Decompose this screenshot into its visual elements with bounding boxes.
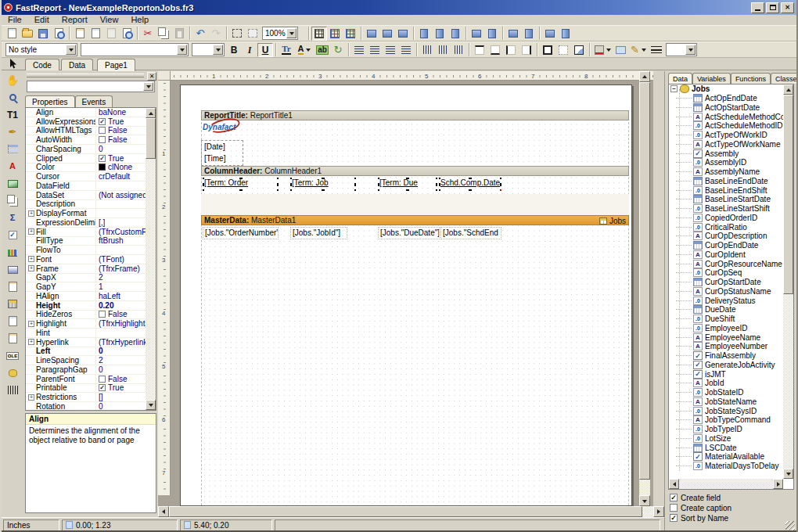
- dropdown-icon[interactable]: [177, 45, 187, 55]
- tree-field[interactable]: .0JobStateID: [669, 388, 793, 397]
- checkbox-object-icon[interactable]: ✓: [3, 227, 22, 243]
- tree-field[interactable]: BaseLineEndDate: [669, 177, 793, 186]
- time-text-object[interactable]: [Time]: [203, 153, 240, 164]
- tree-field[interactable]: .0JobStateSysID: [669, 406, 793, 415]
- design-vertical-scrollbar[interactable]: [639, 71, 650, 506]
- fit-to-grid-icon[interactable]: [343, 27, 358, 41]
- checkbox-icon[interactable]: [99, 127, 106, 134]
- rotate-text-icon[interactable]: ↻: [330, 43, 346, 57]
- property-row[interactable]: ColorclNone: [26, 164, 156, 173]
- tree-field[interactable]: ✓Assembly: [669, 149, 793, 158]
- column-header-text-object[interactable]: [Term: Order: [203, 178, 279, 191]
- property-row[interactable]: Description: [26, 200, 156, 210]
- property-row[interactable]: Printable✓True: [26, 384, 156, 394]
- font-name-combo[interactable]: [81, 43, 189, 56]
- column-header-text-object[interactable]: Schd.Comp.Date: [439, 178, 501, 191]
- tree-field[interactable]: .0CriticalRatio: [669, 222, 793, 232]
- column-header-text-object[interactable]: [Term: Job: [290, 178, 356, 191]
- property-row[interactable]: DataField: [26, 182, 156, 191]
- fill-color-icon[interactable]: [592, 43, 613, 57]
- selection-handle[interactable]: [354, 183, 356, 186]
- center-vertically-icon[interactable]: [521, 27, 537, 41]
- scroll-thumb[interactable]: [146, 118, 156, 159]
- tree-field[interactable]: .0ActScheduleMethodID: [669, 121, 793, 131]
- page-settings-icon[interactable]: [119, 27, 135, 41]
- italic-button[interactable]: I: [242, 43, 257, 57]
- zoom-combo[interactable]: 100%: [262, 27, 298, 40]
- selection-handle[interactable]: [378, 183, 379, 186]
- frame-top-icon[interactable]: [472, 43, 487, 57]
- undo-icon[interactable]: ↶: [192, 27, 208, 41]
- tree-horizontal-scrollbar[interactable]: [669, 479, 783, 489]
- selection-handle[interactable]: [290, 189, 292, 191]
- minimize-button[interactable]: [751, 2, 764, 13]
- scroll-right-icon[interactable]: [653, 506, 664, 517]
- tree-field[interactable]: ✓isJMT: [669, 369, 793, 379]
- align-bottoms-icon[interactable]: [448, 27, 463, 41]
- format-painter-icon[interactable]: ✒: [3, 124, 22, 140]
- tab-properties[interactable]: Properties: [25, 95, 75, 107]
- expand-icon[interactable]: +: [28, 210, 34, 217]
- redo-icon[interactable]: ↷: [208, 27, 224, 41]
- expand-icon[interactable]: +: [28, 265, 34, 271]
- new-dialog-icon[interactable]: [88, 27, 103, 41]
- frame-left-icon[interactable]: [503, 43, 519, 57]
- frame-style-icon[interactable]: [649, 43, 664, 57]
- tree-field[interactable]: ACurOpIdent: [669, 250, 793, 260]
- tree-field[interactable]: AEmployeeName: [669, 332, 793, 342]
- property-row[interactable]: HideZerosFalse: [26, 311, 156, 320]
- selection-handle[interactable]: [203, 183, 204, 186]
- sum-object-icon[interactable]: Σ: [3, 210, 22, 226]
- tree-field[interactable]: ACurOpStatusName: [669, 287, 793, 297]
- selection-handle[interactable]: [469, 189, 472, 191]
- property-row[interactable]: AlignbaNone: [26, 108, 156, 117]
- property-row[interactable]: AllowHTMLTagsFalse: [26, 127, 156, 136]
- master-data-text-object[interactable]: [Jobs."SchdEnd: [440, 227, 501, 239]
- tree-field[interactable]: BaseLineStartDate: [669, 195, 793, 204]
- scroll-down-icon[interactable]: [783, 469, 793, 479]
- dropdown-icon[interactable]: [66, 45, 76, 55]
- property-row[interactable]: GapY1: [26, 282, 156, 292]
- tree-field[interactable]: ✓FinalAssembly: [669, 351, 793, 361]
- report-page[interactable]: ReportTitle: ReportTitle1 Dynafact [Date…: [180, 84, 632, 506]
- line-width-combo[interactable]: [666, 43, 697, 56]
- property-row[interactable]: FillTypeftBrush: [26, 237, 156, 246]
- design-horizontal-scrollbar[interactable]: [158, 506, 664, 517]
- selection-handle[interactable]: [500, 183, 501, 186]
- property-row[interactable]: CharSpacing0: [26, 145, 156, 154]
- copy-icon[interactable]: [156, 27, 171, 41]
- new-page-icon[interactable]: [72, 27, 88, 41]
- dropdown-icon[interactable]: [642, 49, 646, 54]
- option-sort-by-name[interactable]: ✓Sort by Name: [670, 513, 732, 523]
- tab-functions[interactable]: Functions: [731, 73, 771, 84]
- checkbox-icon[interactable]: ✓: [99, 118, 106, 125]
- master-data-text-object[interactable]: [Jobs."DueDate"]: [378, 227, 440, 239]
- inspector-close-icon[interactable]: ✕: [147, 72, 156, 81]
- property-row[interactable]: LineSpacing2: [26, 356, 156, 365]
- expand-icon[interactable]: +: [28, 256, 34, 262]
- property-row[interactable]: Rotation0: [26, 402, 156, 411]
- system-text-icon[interactable]: A: [3, 158, 22, 174]
- scroll-left-icon[interactable]: [669, 479, 679, 489]
- tree-field[interactable]: AJobId: [669, 379, 793, 388]
- master-data-band-header[interactable]: MasterData: MasterData1 Jobs: [201, 215, 629, 225]
- cut-icon[interactable]: ✂: [140, 27, 156, 41]
- selection-handle[interactable]: [322, 189, 325, 191]
- close-button[interactable]: ✕: [781, 2, 794, 13]
- scroll-thumb[interactable]: [639, 82, 650, 480]
- font-size-combo[interactable]: [192, 43, 225, 56]
- tree-field[interactable]: AJobTypeCommand: [669, 415, 793, 425]
- selection-handle[interactable]: [439, 183, 440, 186]
- condition-highlight-icon[interactable]: ab: [315, 43, 330, 57]
- tree-field[interactable]: .0BaseLineStartShift: [669, 204, 793, 214]
- text-object-icon[interactable]: T1: [3, 106, 22, 123]
- tree-field[interactable]: ActOpEndDate: [669, 94, 793, 103]
- dropdown-icon[interactable]: [213, 45, 223, 55]
- align-lefts-icon[interactable]: [364, 27, 379, 41]
- tree-field[interactable]: CurOpStartDate: [669, 278, 793, 287]
- dropdown-icon[interactable]: [606, 49, 611, 54]
- checkbox-icon[interactable]: ✓: [99, 155, 106, 162]
- selection-handle[interactable]: [378, 178, 379, 179]
- tree-field[interactable]: AActTypeOfWorkName: [669, 140, 793, 149]
- expand-icon[interactable]: +: [28, 228, 34, 235]
